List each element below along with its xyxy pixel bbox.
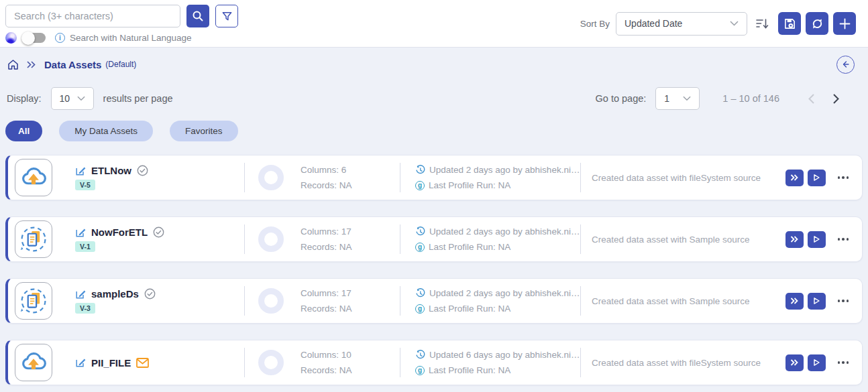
run-button[interactable]: [808, 293, 826, 310]
search-button[interactable]: [186, 5, 209, 27]
history-clock-icon: [415, 350, 425, 360]
profile-run-icon: g: [415, 181, 425, 190]
goto-page-select[interactable]: 1: [655, 87, 700, 110]
save-view-button[interactable]: [778, 12, 801, 35]
edit-icon[interactable]: [75, 227, 86, 238]
columns-count: Columns: 6: [301, 162, 400, 178]
divider: [400, 286, 400, 316]
divider: [400, 348, 400, 377]
cloud-upload-icon: [19, 349, 48, 376]
edit-icon[interactable]: [75, 166, 86, 176]
plus-icon: [839, 18, 851, 29]
sort-by-value: Updated Date: [625, 18, 682, 29]
arrow-left-icon: [841, 60, 851, 69]
top-toolbar: i Search with Natural Language Sort By U…: [0, 0, 868, 48]
columns-count: Columns: 10: [301, 347, 400, 363]
verified-icon: [137, 165, 148, 176]
profile-run-icon: g: [415, 243, 425, 252]
profile-run-icon: g: [415, 366, 425, 375]
tab-favorites[interactable]: Favorites: [170, 121, 238, 141]
forward-actions-button[interactable]: [785, 354, 804, 371]
records-count: Records: NA: [301, 301, 400, 316]
play-icon: [812, 235, 820, 243]
edit-icon[interactable]: [75, 289, 86, 300]
double-chevron-right-icon: [790, 297, 799, 305]
tab-my-data-assets[interactable]: My Data Assets: [59, 121, 153, 141]
forward-actions-button[interactable]: [785, 170, 804, 186]
sample-doc-icon: [19, 286, 48, 316]
last-profile-run-text: Last Profile Run: NA: [429, 363, 510, 378]
asset-card[interactable]: sampleDs V-3 Columns: 17 Records: NA U: [5, 278, 863, 324]
forward-actions-button[interactable]: [785, 231, 804, 248]
home-icon[interactable]: [7, 58, 19, 71]
divider: [580, 163, 581, 192]
back-button[interactable]: [836, 56, 855, 74]
run-button[interactable]: [808, 354, 826, 371]
play-icon: [812, 358, 820, 367]
double-chevron-right-icon: [790, 235, 799, 243]
version-badge: V-3: [75, 303, 95, 314]
asset-type-icon-box: [15, 159, 52, 196]
updated-text: Updated 2 days ago by abhishek.ni…: [429, 162, 580, 178]
run-button[interactable]: [808, 231, 826, 248]
more-actions-icon[interactable]: [836, 297, 851, 305]
double-chevron-right-icon: [790, 358, 799, 367]
more-actions-icon[interactable]: [836, 358, 851, 367]
asset-description: Created data asset with fileSystem sourc…: [592, 173, 777, 183]
chevron-down-icon: [730, 21, 739, 26]
edit-icon[interactable]: [75, 357, 86, 368]
breadcrumb-current[interactable]: Data Assets: [44, 59, 101, 70]
double-chevron-right-icon: [790, 174, 799, 182]
filter-button[interactable]: [215, 5, 238, 27]
asset-name[interactable]: sampleDs: [91, 288, 139, 300]
refresh-button[interactable]: [806, 12, 828, 35]
search-input[interactable]: [5, 5, 180, 27]
divider: [244, 163, 245, 192]
asset-description: Created data asset with fileSystem sourc…: [592, 358, 777, 368]
asset-card[interactable]: NowForETL V-1 Columns: 17 Records: NA: [5, 216, 863, 262]
asset-list: ETLNow V-5 Columns: 6 Records: NA Upda: [5, 155, 863, 385]
asset-description: Created data asset with Sample source: [592, 235, 777, 245]
mail-icon: [136, 358, 149, 368]
results-range-text: 1 – 10 of 146: [722, 93, 779, 104]
run-button[interactable]: [808, 170, 826, 186]
cloud-upload-icon: [19, 164, 48, 191]
last-profile-run-text: Last Profile Run: NA: [429, 239, 510, 255]
play-icon: [812, 297, 820, 305]
ai-orb-icon: [5, 32, 17, 44]
asset-description: Created data asset with Sample source: [592, 296, 777, 306]
asset-name[interactable]: ETLNow: [91, 165, 131, 176]
divider: [400, 224, 400, 254]
next-page-icon[interactable]: [832, 93, 840, 105]
version-badge: V-5: [75, 180, 95, 190]
play-icon: [812, 174, 820, 182]
natural-language-toggle[interactable]: [23, 33, 46, 43]
asset-name[interactable]: PII_FILE: [91, 357, 131, 369]
goto-page-label: Go to page:: [596, 93, 647, 104]
display-label: Display:: [7, 93, 42, 104]
more-actions-icon[interactable]: [836, 235, 851, 243]
more-actions-icon[interactable]: [836, 174, 851, 182]
tab-all[interactable]: All: [5, 121, 42, 141]
sort-direction-icon[interactable]: [756, 18, 769, 29]
forward-actions-button[interactable]: [785, 293, 804, 310]
asset-card[interactable]: PII_FILE Columns: 10 Records: NA Upda: [5, 340, 863, 385]
profile-progress-ring: [258, 226, 284, 252]
add-asset-button[interactable]: [833, 12, 856, 35]
verified-icon: [153, 226, 164, 238]
sort-by-label: Sort By: [580, 19, 610, 29]
page-size-select[interactable]: 10: [51, 87, 94, 110]
asset-card[interactable]: ETLNow V-5 Columns: 6 Records: NA Upda: [5, 155, 863, 200]
asset-name[interactable]: NowForETL: [91, 226, 148, 238]
profile-run-icon: g: [415, 304, 425, 314]
chevron-down-icon: [683, 96, 691, 101]
divider: [400, 163, 400, 192]
search-icon: [192, 10, 204, 22]
last-profile-run-text: Last Profile Run: NA: [429, 178, 510, 193]
history-clock-icon: [415, 226, 425, 237]
version-badge: V-1: [75, 241, 95, 252]
updated-text: Updated 2 days ago by abhishek.ni…: [429, 224, 580, 239]
sort-by-select[interactable]: Updated Date: [616, 12, 747, 36]
previous-page-icon[interactable]: [808, 93, 815, 105]
natural-language-label: Search with Natural Language: [70, 33, 192, 43]
